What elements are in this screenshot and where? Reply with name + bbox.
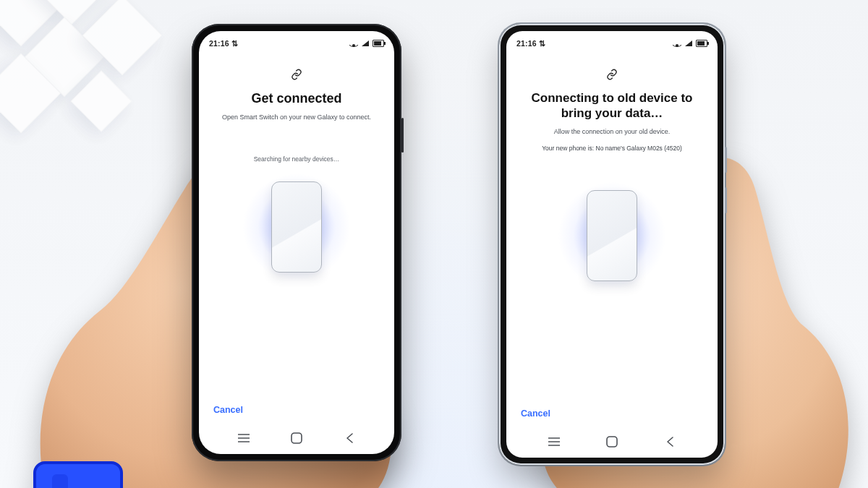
android-nav-bar <box>199 425 394 454</box>
svg-rect-6 <box>292 433 302 443</box>
status-bar: 21:16 ⇅ <box>506 31 718 51</box>
content-area: Connecting to old device to bring your d… <box>506 51 718 398</box>
status-bar: 21:16 ⇅ <box>199 31 394 51</box>
action-bar: Cancel <box>199 395 394 425</box>
page-title: Connecting to old device to bring your d… <box>519 90 705 121</box>
device-search-graphic <box>558 181 666 290</box>
svg-rect-0 <box>35 463 122 488</box>
page-subtitle: Allow the connection on your old device. <box>554 127 671 137</box>
cancel-button[interactable]: Cancel <box>521 408 550 419</box>
searching-text: Searching for nearby devices… <box>254 155 340 163</box>
signal-icon <box>362 40 369 46</box>
status-indicator: ⇅ <box>539 39 545 48</box>
device-outline-icon <box>271 181 322 273</box>
status-indicator: ⇅ <box>231 39 238 48</box>
svg-rect-2 <box>52 474 68 488</box>
cancel-button[interactable]: Cancel <box>213 405 243 415</box>
svg-rect-10 <box>607 437 617 447</box>
home-icon[interactable] <box>282 428 311 448</box>
android-nav-bar <box>506 429 718 458</box>
svg-rect-1 <box>35 463 122 488</box>
signal-icon <box>685 40 692 46</box>
recents-icon[interactable] <box>540 432 569 452</box>
battery-icon <box>696 40 707 47</box>
page-subtitle: Open Smart Switch on your new Galaxy to … <box>222 113 371 122</box>
wifi-icon <box>673 40 681 47</box>
back-icon[interactable] <box>655 432 684 452</box>
recents-icon[interactable] <box>229 428 258 448</box>
phone-left: 21:16 ⇅ Get connected Open Smart Switch … <box>192 24 401 461</box>
back-icon[interactable] <box>335 428 364 448</box>
status-time: 21:16 <box>516 39 537 48</box>
status-time: 21:16 <box>209 39 229 48</box>
stage: 21:16 ⇅ Get connected Open Smart Switch … <box>0 0 868 488</box>
device-name-line: Your new phone is: No name's Galaxy M02s… <box>542 144 682 153</box>
home-icon[interactable] <box>597 432 626 452</box>
action-bar: Cancel <box>506 398 718 429</box>
content-area: Get connected Open Smart Switch on your … <box>199 51 394 395</box>
screen-right: 21:16 ⇅ Connecting to old device to brin… <box>506 31 718 458</box>
device-outline-icon <box>587 190 637 281</box>
link-icon <box>606 69 618 83</box>
battery-icon <box>373 40 384 47</box>
phone-right: 21:16 ⇅ Connecting to old device to brin… <box>499 24 725 465</box>
screen-left: 21:16 ⇅ Get connected Open Smart Switch … <box>199 31 394 454</box>
wifi-icon <box>349 40 358 47</box>
page-title: Get connected <box>251 90 341 107</box>
device-search-graphic <box>242 173 351 281</box>
link-icon <box>291 69 302 83</box>
